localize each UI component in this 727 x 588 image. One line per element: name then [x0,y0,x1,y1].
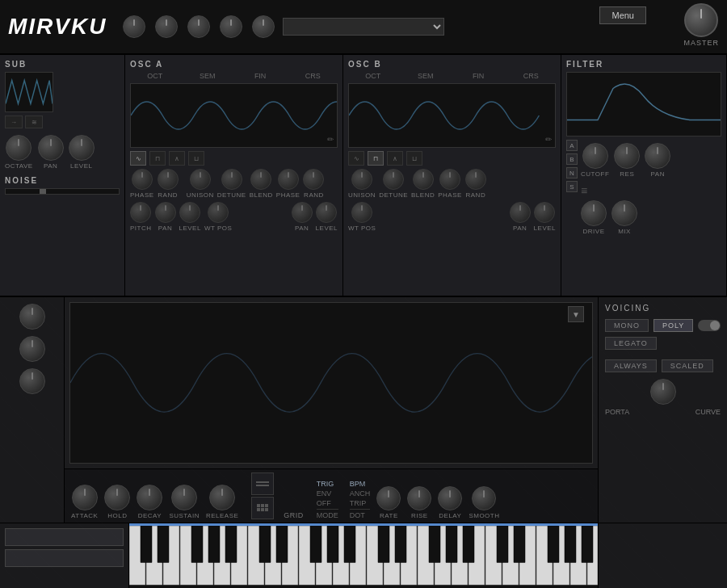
osc-a-rand-knob[interactable] [158,169,179,190]
osc-a-level2-knob[interactable] [316,202,337,223]
osc-b-wave-2[interactable]: ⊓ [368,151,384,166]
header-knob-1[interactable] [123,15,145,38]
osc-b-blend-knob[interactable] [413,169,434,190]
osc-a-pan2-knob[interactable] [292,202,313,223]
header-knob-2[interactable] [155,15,178,38]
filter-drive-knob[interactable] [581,200,607,226]
porta-knob[interactable] [650,379,676,405]
osc-b-phase-knob[interactable] [439,169,460,190]
osc-a-level-knob[interactable] [179,202,200,223]
header-knob-5[interactable] [252,15,275,38]
seq-grid-btn[interactable] [251,497,274,519]
osc-b-wtpos-knob[interactable] [351,202,372,223]
osc-b-detune-knob[interactable] [383,169,404,190]
sub-pan-knob[interactable] [38,135,64,161]
always-btn[interactable]: ALWAYS [605,359,657,372]
filter-res-label: RES [620,170,634,178]
sub-level-knob[interactable] [69,135,95,161]
filter-type-n[interactable]: N [566,167,578,178]
master-knob[interactable] [684,3,718,37]
sub-knobs-row: OCTAVE PAN LEVEL [5,135,120,170]
lfo-knob2-group [19,336,45,362]
osc-a-phase2-knob[interactable] [278,169,299,190]
osc-a-rand2-knob[interactable] [303,169,324,190]
filter-cutoff-knob[interactable] [582,143,608,169]
lfo-knob2[interactable] [19,336,45,362]
osc-b-unison-knob[interactable] [351,169,372,190]
preset-dropdown[interactable] [283,18,444,36]
header-knob-3[interactable] [187,15,210,38]
trip-label: TRIP [350,499,371,507]
filter-res-knob[interactable] [614,143,640,169]
sub-wave-btn[interactable]: ≋ [25,116,43,128]
piano-side-btn-1[interactable] [5,528,124,546]
osc-b-blend-label: BLEND [411,191,435,199]
lfo-knob3-group [19,368,45,394]
sub-octave-knob[interactable] [6,135,32,161]
piano-side-btn-2[interactable] [5,549,124,567]
scroll-down-btn[interactable]: ▼ [568,306,584,322]
filter-controls: A B N S CUTOFF RES [566,140,721,235]
osc-b-wave-3[interactable]: ∧ [387,151,403,166]
osc-a-detune-label: DETUNE [217,191,246,199]
rise-knob[interactable] [407,486,431,510]
release-knob[interactable] [209,485,235,510]
osc-b-label: OSC B [348,60,556,69]
filter-type-b[interactable]: B [566,153,578,165]
legato-btn[interactable]: LEGATO [605,337,657,350]
osc-b-wave-4[interactable]: ⊔ [406,151,422,166]
sustain-knob[interactable] [171,485,197,510]
osc-a-blend-knob[interactable] [250,169,271,190]
decay-knob[interactable] [137,485,162,510]
smooth-knob[interactable] [472,486,496,510]
lfo-display: ▲ ⊙ ▼ [69,302,593,464]
filter-type-s[interactable]: S [566,181,578,192]
delay-knob[interactable] [438,486,462,510]
header-knob-4[interactable] [220,15,242,38]
osc-a-level2-label: LEVEL [316,225,338,232]
osc-a-wave-4[interactable]: ⊔ [188,151,204,166]
osc-a-edit-icon[interactable]: ✏ [327,135,334,144]
osc-b-wave-1[interactable]: ∿ [348,151,364,166]
hold-knob[interactable] [104,485,130,510]
osc-a-wtpos-knob[interactable] [208,202,229,223]
main-sections: SUB → ≋ OCTAVE PAN [0,55,727,297]
osc-a-detune-knob[interactable] [221,169,242,190]
svg-rect-28 [141,526,152,563]
osc-b-pan-knob[interactable] [510,202,531,223]
filter-cutoff-group: CUTOFF [581,143,609,178]
osc-a-unison-knob[interactable] [190,169,211,190]
mono-btn[interactable]: MONO [605,319,649,332]
lfo-knob1[interactable] [19,304,45,330]
osc-a-wave-1[interactable]: ∿ [130,151,146,166]
osc-a-wave-3[interactable]: ∧ [169,151,185,166]
attack-knob[interactable] [72,485,98,510]
osc-a-pan-knob[interactable] [155,202,176,223]
lfo-knob3[interactable] [19,368,45,394]
noise-slider[interactable] [5,188,120,195]
seq-piano-btn[interactable] [251,472,274,495]
osc-a-wave-2[interactable]: ⊓ [149,151,166,166]
filter-knobs: CUTOFF RES PAN ≡ [581,140,670,235]
rate-group: RATE [376,486,401,519]
scaled-btn[interactable]: SCALED [662,359,713,372]
osc-b-level-knob[interactable] [534,202,555,223]
svg-rect-29 [158,526,169,563]
filter-pan-knob[interactable] [645,143,670,169]
osc-b-edit-icon[interactable]: ✏ [545,135,552,144]
filter-type-a[interactable]: A [566,140,578,151]
osc-a-phase-knob[interactable] [132,169,153,190]
osc-a-pitch-knob[interactable] [130,202,151,223]
osc-b-rand-knob[interactable] [465,169,486,190]
menu-button[interactable]: Menu [599,6,646,24]
osc-b-rand-label: RAND [465,191,485,199]
poly-btn[interactable]: POLY [653,319,693,332]
svg-rect-31 [208,526,220,563]
sub-arrow-btn[interactable]: → [5,116,23,128]
svg-rect-47 [582,526,593,563]
rate-knob[interactable] [376,486,401,510]
mono-poly-toggle[interactable] [698,320,721,331]
filter-mix-knob[interactable] [611,200,637,226]
filter-knobs-bot: DRIVE MIX [581,200,670,235]
sub-wave-display [5,72,53,112]
